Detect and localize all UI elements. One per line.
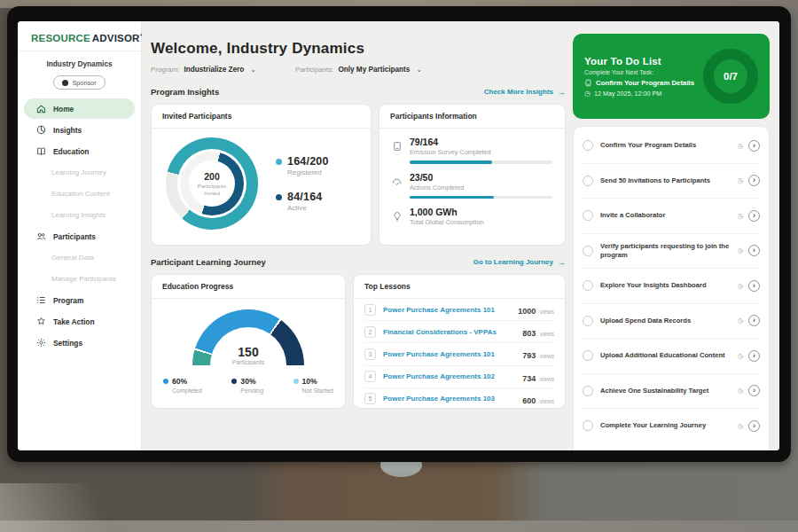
todo-open-button[interactable]: ›: [748, 350, 760, 362]
sidebar-item-settings[interactable]: Settings: [24, 332, 135, 353]
org-name: Industry Dynamics: [18, 59, 141, 68]
survey-icon: [392, 139, 403, 150]
legend-percent: 30%: [240, 377, 255, 386]
todo-next-due: ◷ 12 May 2025, 12:00 PM: [584, 90, 694, 98]
gauge-legend: 60% Completed 30% Pending 10% Not Starte…: [152, 377, 345, 394]
todo-progress-value: 0/7: [724, 71, 738, 82]
education-progress-card: Education Progress 150 Participants 60% …: [151, 274, 346, 409]
todo-open-button[interactable]: ›: [748, 245, 760, 256]
todo-open-button[interactable]: ›: [748, 175, 760, 186]
lesson-views: 793 views: [522, 346, 554, 362]
todo-item-label: Upload Spend Data Records: [600, 317, 733, 325]
chevron-up-icon: ∧: [695, 450, 700, 451]
todo-checkbox[interactable]: [583, 280, 593, 291]
todo-item: Complete Your Learning Journey ◷ ›: [583, 409, 760, 443]
card-title-participants-information: Participants Information: [379, 105, 565, 129]
card-title-education-progress: Education Progress: [152, 275, 345, 299]
sidebar-item-manage-participants[interactable]: Manage Participants: [24, 269, 135, 289]
lesson-views: 1000 views: [518, 301, 554, 317]
filter-dropdown-program[interactable]: Program: Industrialize Zero ⌄: [151, 66, 256, 74]
todo-item-label: Confirm Your Program Details: [600, 141, 733, 150]
progress-bar-fill: [410, 196, 494, 200]
todo-checkbox[interactable]: [583, 420, 593, 431]
page-title: Welcome, Industry Dynamics: [151, 40, 566, 58]
brand-secondary: ADVISOR: [92, 33, 140, 43]
go-to-learning-journey-link[interactable]: Go to Learning Journey →: [473, 258, 566, 267]
todo-progress-ring: 0/7: [703, 49, 758, 104]
donut-legend-item: 84/164 Active: [276, 191, 329, 212]
sidebar-item-program[interactable]: Program: [24, 290, 135, 310]
todo-open-button[interactable]: ›: [748, 140, 760, 152]
todo-item-label: Explore Your Insights Dashboard: [600, 281, 733, 290]
todo-open-button[interactable]: ›: [748, 315, 760, 326]
todo-open-button[interactable]: ›: [748, 210, 760, 222]
todo-item: Invite a Collaborator ◷ ›: [583, 199, 760, 234]
metric-value: 79/164: [410, 137, 552, 147]
todo-items: Confirm Your Program Details ◷ › Send 50…: [583, 129, 760, 443]
actions-icon: [392, 175, 403, 185]
invited-total-label: Participants Invited: [192, 183, 231, 197]
todo-column: Your To Do List Complete Your Next Task:…: [573, 34, 770, 450]
lesson-views: 803 views: [522, 324, 554, 340]
program-icon: [36, 295, 46, 305]
lesson-link[interactable]: Financial Considerations - VPPAs: [383, 328, 515, 336]
todo-open-button[interactable]: ›: [748, 280, 760, 292]
lesson-rank-badge: 4: [364, 371, 376, 382]
lesson-link[interactable]: Power Purchase Agreements 101: [383, 306, 511, 314]
clock-icon: ◷: [737, 246, 743, 254]
todo-open-button[interactable]: ›: [748, 420, 760, 432]
todo-checkbox[interactable]: [583, 176, 593, 186]
lesson-rank-badge: 3: [364, 348, 376, 360]
lesson-row: 3 Power Purchase Agreements 101 793 view…: [364, 343, 554, 365]
sidebar-item-take-action[interactable]: Take Action: [24, 311, 135, 332]
collapse-tasks-link[interactable]: Collapse Tasks ∧: [583, 443, 760, 451]
section-title-program-insights: Program Insights: [151, 87, 219, 97]
legend-value: 84/164: [287, 191, 322, 203]
dashboard-screen: RESOURCEADVISOR+ Industry Dynamics Spons…: [18, 21, 779, 450]
card-title-top-lessons: Top Lessons: [354, 275, 565, 299]
todo-checkbox[interactable]: [583, 386, 593, 396]
todo-item: Send 50 Invitations to Participants ◷ ›: [583, 164, 760, 200]
lesson-link[interactable]: Power Purchase Agreements 101: [383, 350, 515, 358]
todo-next-due-label: 12 May 2025, 12:00 PM: [594, 90, 661, 98]
lesson-link[interactable]: Power Purchase Agreements 103: [383, 395, 515, 403]
progress-bar: [410, 160, 552, 164]
todo-checkbox[interactable]: [583, 140, 593, 151]
legend-dot: [163, 379, 168, 384]
legend-label: Pending: [240, 387, 263, 394]
metric-row: 23/50 Actions Completed: [392, 172, 552, 200]
sidebar-item-learning-journey[interactable]: Learning Journey: [24, 162, 135, 183]
sidebar-item-learning-insights[interactable]: Learning Insights: [24, 205, 135, 225]
participants-information-card: Participants Information 79/164 Emission…: [379, 104, 566, 246]
todo-item: Explore Your Insights Dashboard ◷ ›: [583, 269, 760, 304]
content-area: Welcome, Industry Dynamics Program: Indu…: [142, 21, 779, 450]
lesson-rank-badge: 2: [364, 326, 376, 338]
top-lessons-card: Top Lessons 1 Power Purchase Agreements …: [353, 274, 566, 409]
filter-dropdown-participants[interactable]: Participants: Only My Participants ⌄: [295, 66, 422, 74]
sidebar-item-education[interactable]: Education: [24, 141, 135, 161]
card-title-invited-participants: Invited Participants: [152, 105, 371, 129]
todo-open-button[interactable]: ›: [748, 385, 760, 396]
lesson-views: 600 views: [522, 391, 554, 407]
sidebar-item-general-data[interactable]: General Data: [24, 247, 135, 268]
todo-checkbox[interactable]: [583, 316, 593, 326]
sidebar-item-participants[interactable]: Participants: [24, 226, 135, 246]
todo-checkbox[interactable]: [583, 246, 593, 256]
check-more-insights-link[interactable]: Check More Insights →: [484, 88, 566, 97]
settings-icon: [36, 338, 46, 348]
arrow-right-icon: →: [558, 88, 566, 97]
bulb-icon: [392, 209, 403, 220]
gauge-legend-item: 30% Pending: [231, 377, 263, 394]
lesson-link[interactable]: Power Purchase Agreements 102: [383, 372, 515, 380]
main-column: Welcome, Industry Dynamics Program: Indu…: [151, 21, 566, 450]
sidebar-item-insights[interactable]: Insights: [24, 120, 135, 140]
sidebar-item-home[interactable]: Home: [24, 98, 135, 119]
legend-label: Completed: [172, 387, 202, 394]
sidebar-item-education-content[interactable]: Education Content: [24, 184, 135, 204]
invited-participants-donut-chart: 200 Participants Invited: [166, 137, 258, 230]
todo-item: Verify participants requesting to join t…: [583, 234, 760, 270]
todo-checkbox[interactable]: [583, 350, 593, 361]
legend-label: Active: [287, 204, 322, 212]
lesson-row: 5 Power Purchase Agreements 103 600 view…: [364, 388, 554, 409]
todo-checkbox[interactable]: [583, 210, 593, 221]
